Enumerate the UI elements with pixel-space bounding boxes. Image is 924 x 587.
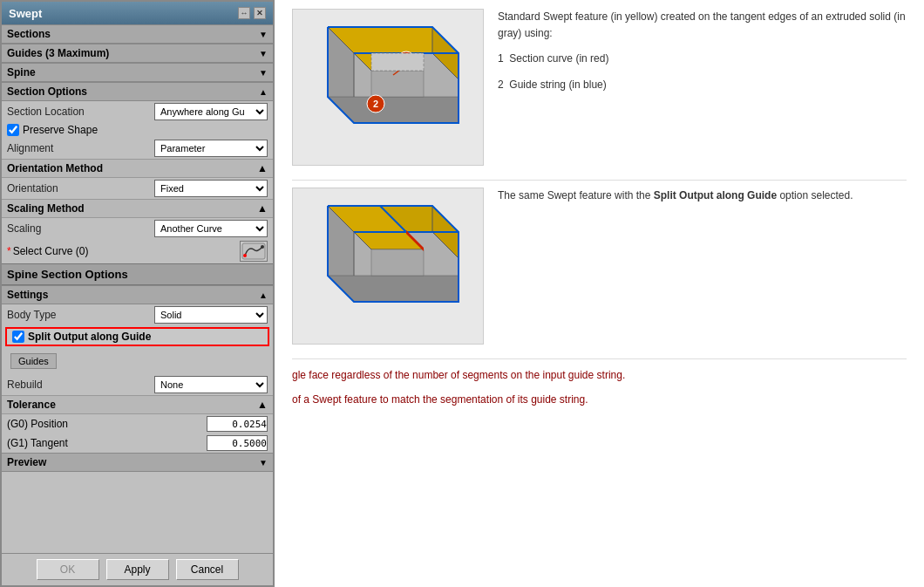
- alignment-select[interactable]: Parameter: [154, 140, 268, 157]
- sections-header[interactable]: Sections ▼: [2, 24, 273, 44]
- svg-marker-25: [371, 249, 424, 276]
- top-item-1: 1 Section curve (in red): [498, 51, 907, 67]
- settings-label: Settings: [7, 289, 48, 301]
- svg-text:2: 2: [373, 99, 378, 109]
- g0-label: (G0) Position: [7, 418, 207, 430]
- settings-chevron: ▲: [259, 290, 268, 300]
- orientation-method-header[interactable]: Orientation Method ▲: [2, 159, 273, 178]
- sections-label: Sections: [7, 28, 51, 40]
- orientation-method-chevron: ▲: [257, 162, 268, 174]
- tolerance-header[interactable]: Tolerance ▲: [2, 395, 273, 414]
- rebuild-row: Rebuild None: [2, 374, 273, 395]
- guides-label: Guides (3 Maximum): [7, 47, 109, 59]
- orientation-method-label: Orientation Method: [7, 162, 103, 174]
- section-options-label: Section Options: [7, 85, 87, 98]
- bottom-bar: OK Apply Cancel: [2, 553, 273, 585]
- select-curve-button[interactable]: [240, 241, 268, 262]
- cancel-button[interactable]: Cancel: [176, 559, 239, 580]
- split-output-row: Split Output along Guide: [5, 327, 269, 346]
- body-type-select[interactable]: Solid: [154, 306, 268, 324]
- divider-2: [292, 358, 907, 359]
- orientation-row: Orientation Fixed: [2, 178, 273, 199]
- body-type-row: Body Type Solid: [2, 304, 273, 325]
- model-image-top: 1 2: [292, 9, 484, 166]
- apply-button[interactable]: Apply: [106, 559, 169, 580]
- section-location-label: Section Location: [7, 106, 154, 118]
- select-curve-label: Select Curve (0): [13, 245, 240, 257]
- orientation-label: Orientation: [7, 182, 154, 195]
- right-panel: 1 2 Standard Swept feature (in yellow) c…: [275, 0, 924, 587]
- bottom-desc-bold: Split Output along Guide: [654, 189, 777, 201]
- help-section-top: 1 2 Standard Swept feature (in yellow) c…: [292, 9, 907, 166]
- spine-label: Spine: [7, 66, 36, 78]
- tolerance-chevron: ▲: [257, 399, 268, 411]
- g1-row: (G1) Tangent: [2, 433, 273, 453]
- svg-marker-24: [328, 276, 459, 302]
- guides-tab[interactable]: Guides: [10, 353, 57, 369]
- scaling-method-label: Scaling Method: [7, 202, 85, 215]
- required-star: *: [7, 245, 11, 257]
- section-location-row: Section Location Anywhere along Gu: [2, 101, 273, 122]
- scaling-method-header[interactable]: Scaling Method ▲: [2, 199, 273, 218]
- rebuild-label: Rebuild: [7, 379, 154, 391]
- divider-1: [292, 180, 907, 181]
- guides-header[interactable]: Guides (3 Maximum) ▼: [2, 44, 273, 63]
- svg-point-1: [243, 254, 247, 257]
- section-location-select[interactable]: Anywhere along Gu: [154, 103, 268, 120]
- preview-header[interactable]: Preview ▼: [2, 453, 273, 472]
- help-para2: of a Swept feature to match the segmenta…: [292, 391, 907, 408]
- orientation-select[interactable]: Fixed: [154, 180, 268, 197]
- settings-header[interactable]: Settings ▲: [2, 285, 273, 304]
- title-bar: Swept ↔ ✕: [2, 2, 273, 24]
- tolerance-label: Tolerance: [7, 399, 56, 411]
- body-type-label: Body Type: [7, 309, 154, 321]
- select-curve-row: * Select Curve (0): [2, 239, 273, 263]
- preview-label: Preview: [7, 456, 46, 468]
- help-text-top: Standard Swept feature (in yellow) creat…: [498, 9, 907, 102]
- g0-input[interactable]: [207, 416, 268, 432]
- scaling-row: Scaling Another Curve: [2, 218, 273, 239]
- rebuild-select[interactable]: None: [154, 376, 268, 393]
- svg-marker-9: [328, 97, 459, 123]
- alignment-label: Alignment: [7, 142, 154, 154]
- preserve-shape-label: Preserve Shape: [23, 124, 98, 136]
- section-options-chevron: ▲: [259, 87, 268, 97]
- g1-label: (G1) Tangent: [7, 437, 207, 449]
- spine-section-options-label: Spine Section Options: [2, 263, 273, 285]
- ok-button[interactable]: OK: [37, 559, 99, 580]
- g0-row: (G0) Position: [2, 414, 273, 433]
- model-svg-top: 1 2: [293, 10, 484, 166]
- g1-input[interactable]: [207, 435, 268, 451]
- para1-text: gle face regardless of the number of seg…: [292, 369, 625, 381]
- sections-chevron: ▼: [259, 30, 268, 39]
- svg-marker-16: [371, 53, 424, 71]
- spine-header[interactable]: Spine ▼: [2, 63, 273, 82]
- section-options-header[interactable]: Section Options ▲: [2, 82, 273, 101]
- top-description: Standard Swept feature (in yellow) creat…: [498, 9, 907, 42]
- split-output-checkbox[interactable]: [12, 331, 24, 343]
- bottom-desc-prefix: The same Swept feature with the: [498, 189, 654, 201]
- help-para1: gle face regardless of the number of seg…: [292, 366, 907, 384]
- help-text-bottom: The same Swept feature with the Split Ou…: [498, 188, 907, 204]
- preview-chevron: ▼: [259, 458, 268, 468]
- para2-text: of a Swept feature to match the segmenta…: [292, 393, 588, 406]
- panel-scroll: Sections ▼ Guides (3 Maximum) ▼ Spine ▼ …: [2, 24, 273, 553]
- bottom-desc-suffix: option selected.: [777, 189, 853, 201]
- alignment-row: Alignment Parameter: [2, 138, 273, 159]
- guides-chevron: ▼: [259, 49, 268, 58]
- left-panel: Swept ↔ ✕ Sections ▼ Guides (3 Maximum) …: [0, 0, 275, 587]
- svg-marker-10: [371, 71, 424, 97]
- svg-point-2: [261, 245, 264, 249]
- close-button[interactable]: ✕: [254, 7, 266, 19]
- spine-chevron: ▼: [259, 68, 268, 78]
- scaling-method-chevron: ▲: [257, 202, 268, 215]
- help-section-bottom: The same Swept feature with the Split Ou…: [292, 188, 907, 345]
- guides-tab-container: Guides: [2, 348, 273, 374]
- scaling-label: Scaling: [7, 222, 154, 235]
- title-bar-buttons: ↔ ✕: [238, 7, 266, 19]
- model-image-bottom: [292, 188, 484, 345]
- scaling-select[interactable]: Another Curve: [154, 220, 268, 237]
- preserve-shape-checkbox[interactable]: [7, 124, 19, 136]
- restore-button[interactable]: ↔: [238, 7, 250, 19]
- top-item-2: 2 Guide string (in blue): [498, 77, 907, 93]
